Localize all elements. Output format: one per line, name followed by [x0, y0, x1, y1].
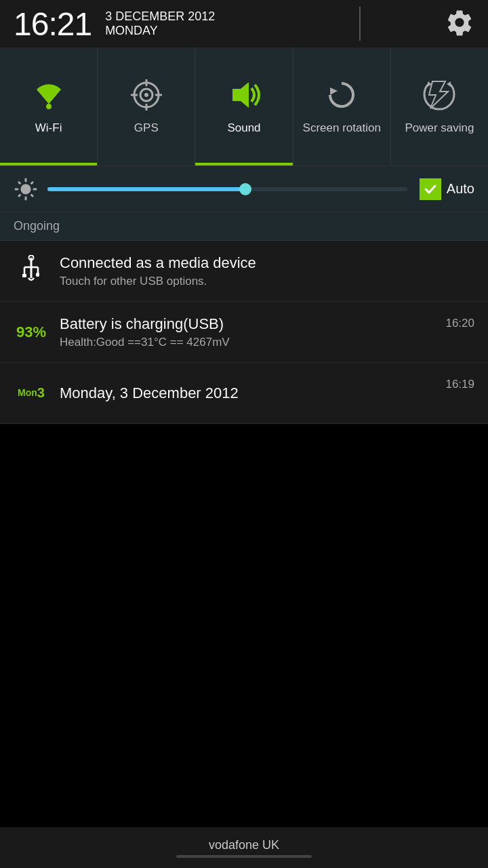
qs-wifi[interactable]: Wi-Fi	[0, 47, 98, 165]
usb-subtitle: Touch for other USB options.	[60, 275, 474, 288]
battery-icon-wrap: 93%	[14, 325, 49, 340]
qs-sound[interactable]: Sound	[195, 47, 293, 165]
svg-rect-15	[36, 273, 39, 277]
notification-usb[interactable]: Connected as a media device Touch for ot…	[0, 241, 488, 302]
svg-point-0	[46, 104, 52, 109]
qs-gps[interactable]: GPS	[98, 47, 195, 165]
slider-thumb	[239, 183, 251, 195]
battery-notification-content: Battery is charging(USB) Health:Good ==3…	[60, 315, 445, 349]
usb-title: Connected as a media device	[60, 254, 474, 272]
wifi-icon	[30, 78, 68, 115]
wifi-label: Wi-Fi	[35, 121, 62, 135]
screen-rotation-label: Screen rotation	[303, 121, 381, 135]
svg-point-7	[144, 93, 148, 97]
svg-marker-9	[330, 87, 338, 95]
sound-icon	[226, 78, 262, 115]
notification-calendar[interactable]: Mon 3 Monday, 3 December 2012 16:19	[0, 363, 488, 424]
date-block: 3 DECEMBER 2012 MONDAY	[105, 9, 215, 38]
status-bar: 16:21 3 DECEMBER 2012 MONDAY	[0, 0, 488, 47]
sound-label: Sound	[227, 121, 260, 135]
battery-title: Battery is charging(USB)	[60, 315, 445, 333]
calendar-icon-wrap: Mon 3	[14, 385, 49, 401]
calendar-title: Monday, 3 December 2012	[60, 384, 445, 402]
sound-active-bar	[195, 163, 292, 165]
calendar-day: Mon	[18, 388, 37, 398]
bottom-bar: vodafone UK	[0, 827, 488, 868]
battery-subtitle: Health:Good ==31°C == 4267mV	[60, 336, 445, 349]
usb-notification-content: Connected as a media device Touch for ot…	[60, 254, 474, 288]
svg-marker-8	[232, 82, 249, 108]
calendar-time: 16:19	[445, 378, 474, 391]
usb-icon-wrap	[14, 255, 49, 288]
date: 3 DECEMBER 2012	[105, 9, 215, 24]
brightness-slider[interactable]	[47, 187, 407, 191]
slider-fill	[47, 187, 245, 191]
notification-battery[interactable]: 93% Battery is charging(USB) Health:Good…	[0, 302, 488, 363]
settings-button[interactable]	[445, 7, 474, 40]
wifi-active-bar	[0, 163, 97, 165]
brightness-bar: Auto	[0, 166, 488, 212]
clock: 16:21	[14, 5, 92, 43]
carrier-name: vodafone UK	[209, 838, 279, 852]
power-saving-label: Power saving	[405, 121, 474, 135]
bottom-indicator	[176, 855, 312, 858]
calendar-num: 3	[37, 385, 45, 401]
divider	[359, 7, 361, 41]
qs-power-saving[interactable]: Power saving	[391, 47, 488, 165]
gps-label: GPS	[134, 121, 159, 135]
power-saving-icon	[422, 78, 456, 115]
auto-label: Auto	[447, 181, 474, 197]
usb-icon	[20, 255, 42, 288]
battery-percentage: 93%	[16, 325, 46, 340]
day: MONDAY	[105, 24, 215, 38]
qs-screen-rotation[interactable]: Screen rotation	[293, 47, 391, 165]
auto-checkbox	[420, 178, 441, 200]
quick-settings-bar: Wi-Fi GPS Sound	[0, 47, 488, 166]
battery-time: 16:20	[445, 317, 474, 330]
calendar-notification-content: Monday, 3 December 2012	[60, 384, 445, 402]
gps-icon	[129, 78, 163, 115]
auto-brightness-toggle[interactable]: Auto	[420, 178, 474, 200]
gear-icon	[445, 7, 474, 37]
ongoing-title: Ongoing	[14, 219, 60, 233]
svg-rect-14	[22, 274, 26, 277]
brightness-icon	[14, 177, 38, 201]
ongoing-header: Ongoing	[0, 212, 488, 241]
screen-rotation-icon	[325, 78, 359, 115]
